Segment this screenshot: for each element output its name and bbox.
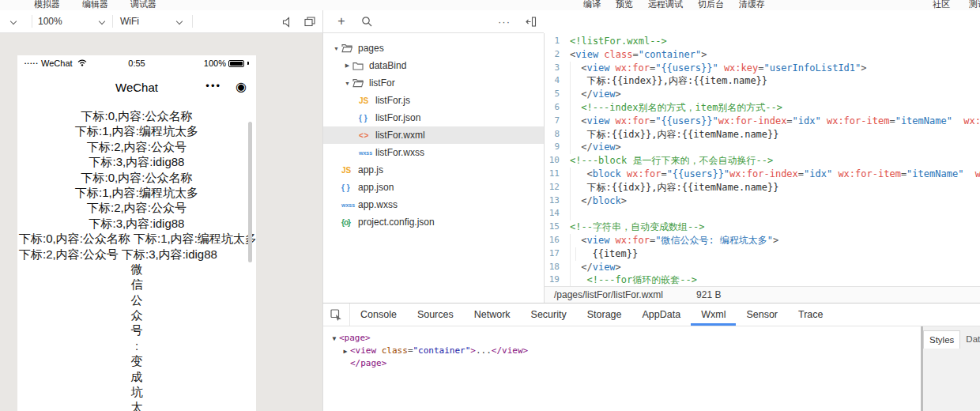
wxml-tree-node[interactable]: ▼<page> — [330, 332, 918, 345]
menubar-item[interactable]: 编译 — [583, 0, 601, 10]
code-token: < — [575, 115, 586, 128]
wxml-tree-node[interactable]: </page> — [330, 357, 918, 370]
debugger-panel: ConsoleSourcesNetworkSecurityStorageAppD… — [322, 303, 980, 411]
line-number: 19 — [545, 273, 570, 286]
search-icon[interactable] — [358, 13, 375, 29]
tree-item-listFor.wxml[interactable]: < >listFor.wxml — [323, 126, 544, 144]
char-item-line: 微 — [19, 262, 254, 277]
code-line[interactable]: 4 下标:{{index}},内容:{{item.name}} — [545, 74, 980, 88]
tree-item-label: listFor.wxss — [375, 147, 424, 158]
wxml-tree-node[interactable]: ▶<view class="container">...</view> — [330, 345, 918, 357]
device-dropdown[interactable] — [11, 10, 27, 32]
wxml-file-icon: < > — [359, 131, 374, 140]
code-token: "微信公众号: 编程坑太多" — [655, 234, 773, 247]
code-token: <!---for循环的嵌套--> — [575, 273, 697, 286]
code-line[interactable]: 13 </block> — [545, 194, 980, 208]
code-line[interactable]: 12 下标:{{idx}},内容:{{itemName.name}} — [545, 181, 980, 194]
line-number: 17 — [545, 247, 570, 261]
tree-item-app.json[interactable]: { }app.json — [323, 179, 544, 196]
menubar-item[interactable]: 调试器 — [130, 0, 156, 10]
code-line[interactable]: 16 <view wx:for="微信公众号: 编程坑太多"> — [545, 234, 980, 247]
tree-item-listFor.js[interactable]: JSlistFor.js — [323, 92, 544, 109]
tree-item-pages[interactable]: ▼pages — [323, 40, 544, 57]
line-number: 1 — [545, 35, 570, 48]
float-window-icon[interactable] — [303, 15, 317, 28]
tree-item-project.config.json[interactable]: {o}project.config.json — [323, 213, 544, 231]
tree-item-listFor.wxss[interactable]: wxsslistFor.wxss — [323, 144, 544, 161]
code-line[interactable]: 9 </view> — [545, 141, 980, 154]
code-line[interactable]: 15<!--字符串，自动变成数组--> — [545, 221, 980, 234]
phone-page-content: 下标:0,内容:公众名称下标:1,内容:编程坑太多下标:2,内容:公众号下标:3… — [19, 108, 254, 411]
mute-speaker-icon[interactable] — [281, 15, 295, 28]
code-line[interactable]: 10<!---block 是一行下来的，不会自动换行--> — [545, 154, 980, 168]
menubar-item[interactable]: 远程调试 — [648, 0, 683, 10]
code-line[interactable]: 18 </view> — [545, 261, 980, 274]
add-file-button[interactable]: + — [333, 13, 350, 29]
tree-item-listFor.json[interactable]: { }listFor.json — [323, 109, 544, 126]
code-token: "itemName" — [906, 168, 963, 181]
code-line[interactable]: 2<view class="container"> — [545, 48, 980, 62]
miniprogram-menu-icon[interactable]: ••• — [205, 80, 221, 92]
code-token: wx:key — [963, 168, 980, 181]
code-token: "{{users}}" — [655, 115, 718, 128]
menubar-item[interactable]: 模拟器 — [34, 0, 60, 10]
code-line[interactable]: 17 {{item}} — [545, 247, 980, 261]
tree-item-listFor[interactable]: ▼listFor — [323, 74, 544, 92]
menubar-item[interactable]: 预览 — [616, 0, 633, 10]
file-size: 921 B — [696, 289, 721, 300]
debugger-tab-appdata[interactable]: AppData — [632, 304, 692, 326]
code-line[interactable]: 19 <!---for循环的嵌套--> — [545, 273, 980, 286]
code-line[interactable]: 3 <view wx:for="{{users}}" wx:key="userI… — [545, 62, 980, 75]
menubar-item[interactable]: 测试 — [969, 0, 980, 10]
debugger-tab-wxml[interactable]: Wxml — [691, 304, 736, 326]
inspect-element-icon[interactable] — [323, 304, 350, 326]
code-editor[interactable]: 1<!listFor.wxml-->2<view class="containe… — [544, 33, 980, 286]
tree-item-app.js[interactable]: JSapp.js — [323, 161, 544, 179]
code-token: <!--字符串，自动变成数组--> — [570, 221, 705, 234]
list-item-line: 下标:2,内容:公众号 — [19, 139, 254, 154]
code-line[interactable]: 5 </view> — [545, 88, 980, 101]
network-dropdown[interactable]: WiFi — [120, 10, 182, 32]
line-number: 16 — [545, 234, 570, 247]
side-tab-data[interactable]: Data — [960, 330, 980, 349]
code-line[interactable]: 1<!listFor.wxml--> — [545, 35, 980, 48]
code-line[interactable]: 7 <view wx:for="{{users}}"wx:for-index="… — [545, 115, 980, 128]
more-options-icon[interactable]: ··· — [496, 13, 513, 29]
menubar-item[interactable]: 编辑器 — [82, 0, 108, 10]
collapse-sidebar-icon[interactable] — [522, 13, 540, 29]
debugger-tab-network[interactable]: Network — [464, 304, 521, 326]
side-tab-styles[interactable]: Styles — [923, 330, 960, 349]
phone-scrollbar[interactable] — [248, 122, 252, 262]
wxml-token: <view — [350, 345, 376, 356]
code-token: block — [593, 194, 621, 208]
code-token: wx:for-index — [718, 115, 787, 128]
code-line[interactable]: 8 下标:{{idx}},内容:{{itemName.name}} — [545, 128, 980, 141]
debugger-tab-sensor[interactable]: Sensor — [736, 304, 788, 326]
menubar-item[interactable]: 切后台 — [698, 0, 724, 10]
chevron-collapsed-icon: ▶ — [342, 62, 352, 69]
tree-item-dataBind[interactable]: ▶dataBind — [323, 57, 544, 74]
explorer-toolbar: + ··· — [322, 10, 544, 33]
debugger-tab-security[interactable]: Security — [521, 304, 577, 326]
debugger-tab-sources[interactable]: Sources — [407, 304, 464, 326]
code-line[interactable]: 11 <block wx:for="{{users}}"wx:for-index… — [545, 168, 980, 181]
code-line[interactable]: 14 — [545, 207, 980, 221]
indent-guide — [570, 168, 575, 181]
line-number: 18 — [545, 261, 570, 274]
tree-item-app.wxss[interactable]: wxssapp.wxss — [323, 196, 544, 213]
miniprogram-close-icon[interactable]: ◉ — [236, 79, 247, 94]
menubar-item[interactable]: 清缓存 — [739, 0, 765, 10]
tree-toggle-icon[interactable]: ▶ — [341, 345, 350, 358]
debugger-tab-trace[interactable]: Trace — [788, 304, 834, 326]
debugger-tab-storage[interactable]: Storage — [577, 304, 632, 326]
menubar-item[interactable]: 社区 — [933, 0, 950, 10]
code-line[interactable]: 6 <!---index别名的方式，item别名的方式--> — [545, 101, 980, 115]
zoom-dropdown[interactable]: 100% — [38, 10, 104, 32]
line-number: 5 — [545, 88, 570, 101]
char-item-line: 号 — [19, 322, 254, 337]
tree-toggle-icon[interactable]: ▼ — [330, 333, 339, 345]
code-token: = — [650, 62, 655, 75]
debugger-tab-console[interactable]: Console — [350, 304, 407, 326]
toolbar-separator — [112, 15, 113, 28]
tree-item-label: listFor — [369, 77, 395, 89]
